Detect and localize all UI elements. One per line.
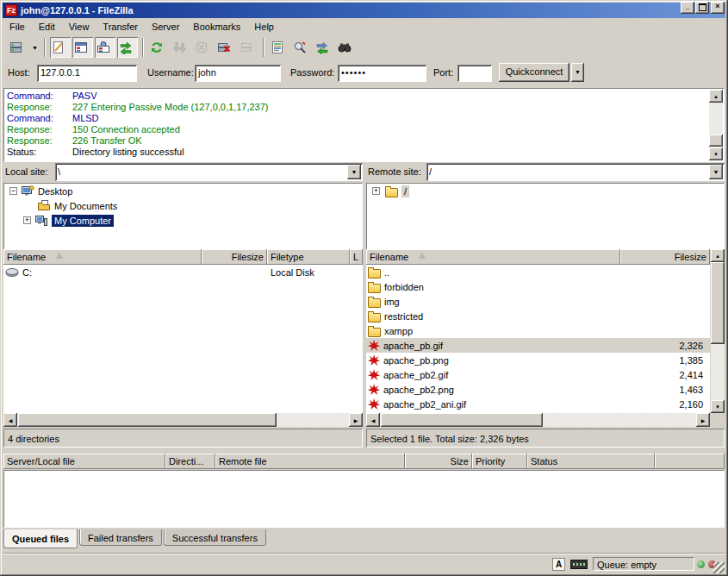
site-manager-dropdown-button[interactable]: ▼ [29,37,40,58]
queue-tabs: Queued files Failed transfers Successful… [3,529,268,548]
file-row[interactable]: apache_pb2_ani.gif2,160 [366,397,710,411]
combo-dropdown-button[interactable]: ▼ [709,165,723,179]
site-manager-button[interactable] [8,37,28,58]
queue-column-server-local-file[interactable]: Server/Local file [3,454,165,469]
maximize-button[interactable] [695,2,709,14]
quickconnect-dropdown-button[interactable]: ▼ [571,63,584,82]
toggle-message-log-button[interactable] [50,37,71,58]
file-row[interactable]: restricted [366,309,710,323]
minimize-button[interactable]: _ [681,2,694,14]
local-horizontal-scrollbar[interactable]: ◀ ▶ [3,413,363,427]
menu-item-bookmarks[interactable]: Bookmarks [186,19,247,34]
arrow-right-icon: ▶ [354,417,358,423]
scroll-up-button[interactable]: ▲ [709,90,723,103]
scrollbar-thumb[interactable] [18,413,277,427]
queue-column-direction[interactable]: Directi... [165,454,215,469]
column-header-filename[interactable]: Filename [366,249,620,265]
directory-comparison-button[interactable] [291,37,312,58]
disk-drive-icon [5,267,19,278]
scroll-down-button[interactable]: ▼ [709,147,723,160]
file-row-selected[interactable]: apache_pb.gif2,326 [366,338,710,353]
file-row[interactable]: forbidden [366,279,710,294]
file-row[interactable]: xampp [366,323,710,338]
close-button[interactable]: × [711,2,725,14]
toggle-remote-tree-button[interactable] [95,37,115,58]
resize-grip[interactable] [713,562,725,573]
local-file-list[interactable]: C: Local Disk [3,265,363,413]
scrollbar-thumb[interactable] [381,413,543,427]
quickconnect-button[interactable]: Quickconnect [499,63,569,82]
find-files-button[interactable] [336,37,357,58]
queue-column-status[interactable]: Status [527,454,655,469]
local-site-combobox[interactable]: \ ▼ [55,163,363,181]
tree-item-my-documents[interactable]: My Documents [4,198,362,213]
port-input[interactable] [457,65,492,82]
cancel-icon [195,41,208,54]
log-vertical-scrollbar[interactable]: ▲ ▼ [709,90,723,160]
column-header-filetype[interactable]: Filetype [267,249,350,265]
scroll-up-button[interactable]: ▲ [711,249,725,262]
scroll-right-button[interactable]: ▶ [696,413,710,427]
synchronized-browsing-button[interactable] [314,37,334,58]
tab-queued-files[interactable]: Queued files [3,529,78,548]
toggle-transfer-queue-button[interactable] [117,37,138,58]
local-directory-tree[interactable]: − Desktop My Documents + My Computer [3,183,363,250]
menu-item-transfer[interactable]: Transfer [96,19,145,34]
message-log[interactable]: Command:PASV Response:227 Entering Passi… [3,88,725,162]
disconnect-button[interactable] [215,37,236,58]
title-bar[interactable]: Fz john@127.0.0.1 - FileZilla [3,3,725,18]
column-header-filesize[interactable]: Filesize [620,249,710,265]
transfer-type-indicator-icon[interactable]: A [552,558,565,571]
file-row[interactable]: .. [366,265,710,279]
remote-site-combobox[interactable]: / ▼ [426,163,725,181]
scrollbar-thumb[interactable] [709,135,723,147]
file-row[interactable]: apache_pb.png1,385 [366,353,710,367]
combo-dropdown-button[interactable]: ▼ [347,165,361,179]
arrow-down-icon: ▼ [715,404,720,410]
speed-limit-indicator-icon[interactable] [570,560,588,569]
file-row[interactable]: apache_pb2.png1,463 [366,382,710,397]
scroll-left-button[interactable]: ◀ [3,413,17,427]
file-row[interactable]: img [366,294,710,309]
menu-item-file[interactable]: File [3,19,32,34]
scroll-left-button[interactable]: ◀ [366,413,380,427]
tree-item-desktop[interactable]: − Desktop [4,184,362,198]
menu-item-view[interactable]: View [62,19,96,34]
directory-listing-filters-button[interactable] [269,37,289,58]
menu-item-help[interactable]: Help [247,19,281,34]
tab-failed-transfers[interactable]: Failed transfers [79,529,162,546]
tab-successful-transfers[interactable]: Successful transfers [164,529,266,546]
password-input[interactable]: •••••• [338,65,426,82]
queue-column-size[interactable]: Size [405,454,472,469]
scrollbar-thumb[interactable] [711,262,725,344]
host-input[interactable]: 127.0.0.1 [37,65,137,82]
password-label: Password: [290,67,334,78]
refresh-button[interactable] [148,37,169,58]
menu-item-edit[interactable]: Edit [32,19,62,34]
collapse-icon[interactable]: − [9,187,17,195]
menu-item-server[interactable]: Server [145,19,186,34]
queue-list[interactable] [3,470,725,528]
port-label: Port: [433,67,453,78]
remote-file-list[interactable]: .. forbidden img restricted xampp apache… [366,265,710,413]
app-icon[interactable]: Fz [5,4,17,16]
scroll-down-button[interactable]: ▼ [711,400,725,413]
column-header-lastmodified[interactable]: L [350,249,363,265]
toggle-local-tree-button[interactable] [72,37,93,58]
remote-vertical-scrollbar[interactable]: ▲ ▼ [711,249,725,413]
scroll-right-button[interactable]: ▶ [349,413,363,427]
expand-icon[interactable]: + [372,187,380,195]
remote-directory-tree[interactable]: + / [366,183,725,250]
column-header-filename[interactable]: Filename [3,249,202,265]
column-header-filesize[interactable]: Filesize [202,249,267,265]
file-row-c-drive[interactable]: C: Local Disk [3,265,363,279]
expand-icon[interactable]: + [23,216,31,224]
queue-column-priority[interactable]: Priority [472,454,527,469]
username-input[interactable]: john [195,65,281,82]
remote-horizontal-scrollbar[interactable]: ◀ ▶ [366,413,710,427]
local-tree-icon [74,41,88,54]
tree-item-root[interactable]: + / [367,184,724,198]
tree-item-my-computer[interactable]: + My Computer [4,213,362,228]
queue-column-remote-file[interactable]: Remote file [215,454,405,469]
file-row[interactable]: apache_pb2.gif2,414 [366,367,710,382]
